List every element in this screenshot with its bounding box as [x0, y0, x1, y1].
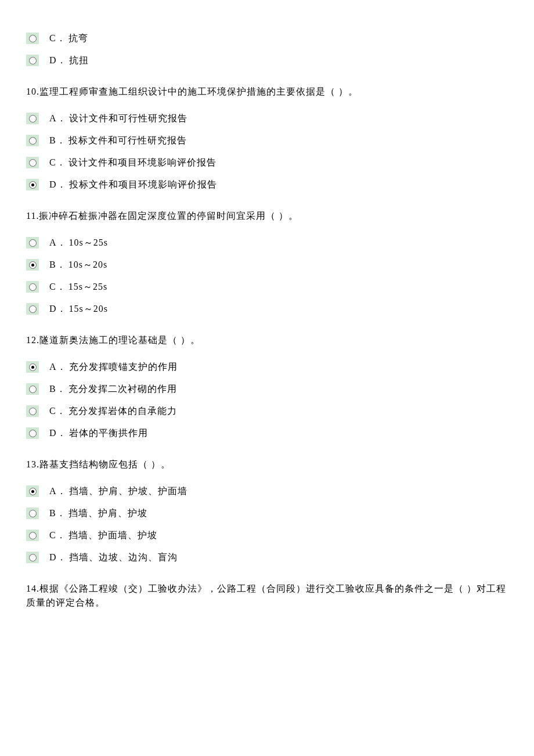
option-label: A．	[49, 486, 67, 496]
option-row: D．抗扭	[26, 53, 508, 67]
option-label: C．	[49, 33, 66, 43]
option-text: C．抗弯	[49, 31, 88, 45]
question-11: 11.振冲碎石桩振冲器在固定深度位置的停留时间宜采用（ ）。	[26, 209, 508, 223]
option-label: C．	[49, 530, 66, 540]
radio-circle-icon	[29, 430, 37, 437]
option-label: D．	[49, 304, 67, 314]
option-label: B．	[49, 135, 66, 145]
radio-button[interactable]	[26, 281, 39, 293]
radio-button[interactable]	[26, 405, 39, 417]
radio-circle-icon	[29, 554, 37, 561]
option-label: B．	[49, 384, 66, 394]
radio-button[interactable]	[26, 485, 39, 497]
option-row: A．充分发挥喷锚支护的作用	[26, 360, 508, 374]
radio-button[interactable]	[26, 530, 39, 541]
radio-circle-icon	[29, 239, 37, 247]
radio-circle-icon	[29, 159, 37, 167]
radio-button[interactable]	[26, 361, 39, 373]
option-value: 抗弯	[68, 33, 88, 43]
radio-button[interactable]	[26, 303, 39, 315]
option-text: C．设计文件和项目环境影响评价报告	[49, 156, 217, 170]
radio-button[interactable]	[26, 157, 39, 168]
radio-button[interactable]	[26, 33, 39, 44]
question-13: 13.路基支挡结构物应包括（ ）。	[26, 458, 508, 471]
option-row: A．10s～25s	[26, 236, 508, 250]
option-text: D．挡墙、边坡、边沟、盲沟	[49, 550, 178, 564]
option-label: A．	[49, 237, 67, 247]
option-text: D．抗扭	[49, 53, 89, 67]
radio-button[interactable]	[26, 55, 39, 66]
option-row: D．挡墙、边坡、边沟、盲沟	[26, 550, 508, 564]
radio-button[interactable]	[26, 259, 39, 271]
radio-circle-icon	[29, 261, 37, 269]
option-row: D．投标文件和项目环境影响评价报告	[26, 178, 508, 192]
option-text: D．投标文件和项目环境影响评价报告	[49, 178, 217, 192]
option-text: D．15s～20s	[49, 302, 108, 316]
radio-dot-icon	[31, 183, 34, 186]
radio-circle-icon	[29, 181, 37, 189]
option-row: D．15s～20s	[26, 302, 508, 316]
option-row: B．投标文件和可行性研究报告	[26, 134, 508, 147]
option-value: 设计文件和可行性研究报告	[69, 113, 187, 123]
option-text: B．投标文件和可行性研究报告	[49, 134, 187, 147]
option-value: 岩体的平衡拱作用	[69, 428, 148, 438]
radio-button[interactable]	[26, 237, 39, 249]
option-value: 充分发挥喷锚支护的作用	[69, 362, 178, 372]
radio-circle-icon	[29, 57, 37, 64]
radio-circle-icon	[29, 363, 37, 371]
radio-button[interactable]	[26, 507, 39, 519]
option-text: A．挡墙、护肩、护坡、护面墙	[49, 484, 187, 498]
radio-button[interactable]	[26, 113, 39, 124]
radio-circle-icon	[29, 510, 37, 517]
radio-button[interactable]	[26, 552, 39, 563]
option-label: D．	[49, 428, 67, 438]
option-value: 设计文件和项目环境影响评价报告	[68, 157, 217, 167]
radio-circle-icon	[29, 386, 37, 393]
radio-button[interactable]	[26, 383, 39, 395]
option-text: B．挡墙、护肩、护坡	[49, 506, 147, 520]
radio-circle-icon	[29, 305, 37, 313]
radio-circle-icon	[29, 488, 37, 495]
option-value: 挡墙、护肩、护坡	[68, 508, 147, 518]
option-label: A．	[49, 362, 67, 372]
option-text: B．10s～20s	[49, 258, 107, 272]
option-value: 充分发挥岩体的自承能力	[68, 406, 177, 416]
question-14: 14.根据《公路工程竣（交）工验收办法》，公路工程（合同段）进行交工验收应具备的…	[26, 582, 508, 610]
question-10: 10.监理工程师审查施工组织设计中的施工环境保护措施的主要依据是（ ）。	[26, 85, 508, 99]
option-text: C．充分发挥岩体的自承能力	[49, 404, 177, 418]
option-value: 投标文件和项目环境影响评价报告	[69, 179, 217, 189]
option-row: B．挡墙、护肩、护坡	[26, 506, 508, 520]
radio-button[interactable]	[26, 135, 39, 146]
option-text: A．10s～25s	[49, 236, 108, 250]
q13-options: A．挡墙、护肩、护坡、护面墙 B．挡墙、护肩、护坡 C．挡墙、护面墙、护坡 D．…	[26, 484, 508, 564]
option-row: A．挡墙、护肩、护坡、护面墙	[26, 484, 508, 498]
option-text: A．充分发挥喷锚支护的作用	[49, 360, 178, 374]
option-label: D．	[49, 552, 67, 562]
option-label: A．	[49, 113, 67, 123]
radio-circle-icon	[29, 283, 37, 291]
q9-options: C．抗弯 D．抗扭	[26, 31, 508, 67]
option-value: 15s～25s	[68, 282, 107, 291]
option-row: C．设计文件和项目环境影响评价报告	[26, 156, 508, 170]
option-text: C．15s～25s	[49, 280, 107, 294]
option-text: C．挡墙、护面墙、护坡	[49, 528, 157, 542]
option-label: D．	[49, 179, 67, 189]
option-text: A．设计文件和可行性研究报告	[49, 111, 187, 125]
option-value: 挡墙、护面墙、护坡	[68, 530, 157, 540]
q10-options: A．设计文件和可行性研究报告 B．投标文件和可行性研究报告 C．设计文件和项目环…	[26, 111, 508, 192]
radio-circle-icon	[29, 137, 37, 145]
radio-dot-icon	[31, 490, 34, 493]
q11-options: A．10s～25s B．10s～20s C．15s～25s D．15s～20s	[26, 236, 508, 316]
radio-button[interactable]	[26, 427, 39, 439]
option-value: 挡墙、护肩、护坡、护面墙	[69, 486, 187, 496]
option-value: 挡墙、边坡、边沟、盲沟	[69, 552, 178, 562]
option-label: B．	[49, 508, 66, 518]
radio-circle-icon	[29, 532, 37, 539]
option-label: C．	[49, 157, 66, 167]
option-row: B．充分发挥二次衬砌的作用	[26, 382, 508, 396]
option-value: 充分发挥二次衬砌的作用	[68, 384, 177, 394]
radio-dot-icon	[31, 264, 34, 267]
option-row: A．设计文件和可行性研究报告	[26, 111, 508, 125]
option-row: B．10s～20s	[26, 258, 508, 272]
radio-button[interactable]	[26, 179, 39, 190]
